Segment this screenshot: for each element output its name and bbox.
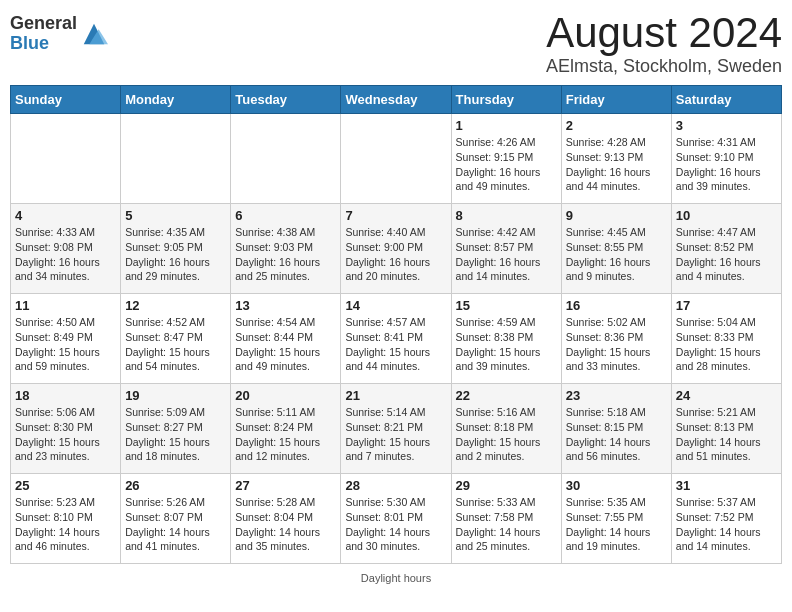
day-info: Sunrise: 4:50 AM Sunset: 8:49 PM Dayligh… (15, 315, 116, 374)
calendar-cell: 24Sunrise: 5:21 AM Sunset: 8:13 PM Dayli… (671, 384, 781, 474)
calendar-cell: 11Sunrise: 4:50 AM Sunset: 8:49 PM Dayli… (11, 294, 121, 384)
footer-text: Daylight hours (361, 572, 431, 584)
calendar-cell: 10Sunrise: 4:47 AM Sunset: 8:52 PM Dayli… (671, 204, 781, 294)
calendar-cell: 2Sunrise: 4:28 AM Sunset: 9:13 PM Daylig… (561, 114, 671, 204)
day-header: Saturday (671, 86, 781, 114)
day-info: Sunrise: 5:04 AM Sunset: 8:33 PM Dayligh… (676, 315, 777, 374)
day-number: 9 (566, 208, 667, 223)
day-number: 10 (676, 208, 777, 223)
day-info: Sunrise: 4:52 AM Sunset: 8:47 PM Dayligh… (125, 315, 226, 374)
calendar-cell (231, 114, 341, 204)
calendar-week-row: 1Sunrise: 4:26 AM Sunset: 9:15 PM Daylig… (11, 114, 782, 204)
calendar-cell: 21Sunrise: 5:14 AM Sunset: 8:21 PM Dayli… (341, 384, 451, 474)
day-info: Sunrise: 5:33 AM Sunset: 7:58 PM Dayligh… (456, 495, 557, 554)
calendar-cell: 19Sunrise: 5:09 AM Sunset: 8:27 PM Dayli… (121, 384, 231, 474)
day-number: 3 (676, 118, 777, 133)
day-info: Sunrise: 4:26 AM Sunset: 9:15 PM Dayligh… (456, 135, 557, 194)
calendar-cell: 16Sunrise: 5:02 AM Sunset: 8:36 PM Dayli… (561, 294, 671, 384)
day-number: 30 (566, 478, 667, 493)
calendar-cell: 27Sunrise: 5:28 AM Sunset: 8:04 PM Dayli… (231, 474, 341, 564)
calendar-cell: 25Sunrise: 5:23 AM Sunset: 8:10 PM Dayli… (11, 474, 121, 564)
day-info: Sunrise: 5:28 AM Sunset: 8:04 PM Dayligh… (235, 495, 336, 554)
title-block: August 2024 AElmsta, Stockholm, Sweden (546, 10, 782, 77)
calendar-cell: 26Sunrise: 5:26 AM Sunset: 8:07 PM Dayli… (121, 474, 231, 564)
day-number: 25 (15, 478, 116, 493)
day-number: 12 (125, 298, 226, 313)
calendar-cell: 1Sunrise: 4:26 AM Sunset: 9:15 PM Daylig… (451, 114, 561, 204)
day-info: Sunrise: 4:38 AM Sunset: 9:03 PM Dayligh… (235, 225, 336, 284)
day-number: 23 (566, 388, 667, 403)
day-number: 8 (456, 208, 557, 223)
day-number: 24 (676, 388, 777, 403)
day-number: 7 (345, 208, 446, 223)
calendar-cell: 9Sunrise: 4:45 AM Sunset: 8:55 PM Daylig… (561, 204, 671, 294)
logo-text: General Blue (10, 14, 77, 54)
day-info: Sunrise: 4:31 AM Sunset: 9:10 PM Dayligh… (676, 135, 777, 194)
day-number: 31 (676, 478, 777, 493)
day-info: Sunrise: 5:18 AM Sunset: 8:15 PM Dayligh… (566, 405, 667, 464)
day-info: Sunrise: 5:16 AM Sunset: 8:18 PM Dayligh… (456, 405, 557, 464)
calendar-cell (341, 114, 451, 204)
calendar-cell: 6Sunrise: 4:38 AM Sunset: 9:03 PM Daylig… (231, 204, 341, 294)
calendar-cell (11, 114, 121, 204)
location-title: AElmsta, Stockholm, Sweden (546, 56, 782, 77)
day-number: 21 (345, 388, 446, 403)
calendar-cell: 20Sunrise: 5:11 AM Sunset: 8:24 PM Dayli… (231, 384, 341, 474)
calendar-cell: 22Sunrise: 5:16 AM Sunset: 8:18 PM Dayli… (451, 384, 561, 474)
calendar-cell: 15Sunrise: 4:59 AM Sunset: 8:38 PM Dayli… (451, 294, 561, 384)
day-number: 27 (235, 478, 336, 493)
calendar-cell: 31Sunrise: 5:37 AM Sunset: 7:52 PM Dayli… (671, 474, 781, 564)
calendar-cell: 17Sunrise: 5:04 AM Sunset: 8:33 PM Dayli… (671, 294, 781, 384)
day-info: Sunrise: 4:47 AM Sunset: 8:52 PM Dayligh… (676, 225, 777, 284)
day-number: 1 (456, 118, 557, 133)
day-info: Sunrise: 5:37 AM Sunset: 7:52 PM Dayligh… (676, 495, 777, 554)
calendar-week-row: 11Sunrise: 4:50 AM Sunset: 8:49 PM Dayli… (11, 294, 782, 384)
day-header: Sunday (11, 86, 121, 114)
day-info: Sunrise: 5:11 AM Sunset: 8:24 PM Dayligh… (235, 405, 336, 464)
calendar-week-row: 4Sunrise: 4:33 AM Sunset: 9:08 PM Daylig… (11, 204, 782, 294)
logo-general: General (10, 13, 77, 33)
calendar-week-row: 18Sunrise: 5:06 AM Sunset: 8:30 PM Dayli… (11, 384, 782, 474)
calendar-cell: 23Sunrise: 5:18 AM Sunset: 8:15 PM Dayli… (561, 384, 671, 474)
calendar-cell: 3Sunrise: 4:31 AM Sunset: 9:10 PM Daylig… (671, 114, 781, 204)
day-info: Sunrise: 5:21 AM Sunset: 8:13 PM Dayligh… (676, 405, 777, 464)
day-info: Sunrise: 5:26 AM Sunset: 8:07 PM Dayligh… (125, 495, 226, 554)
calendar-cell: 18Sunrise: 5:06 AM Sunset: 8:30 PM Dayli… (11, 384, 121, 474)
footer: Daylight hours (10, 572, 782, 584)
day-info: Sunrise: 4:54 AM Sunset: 8:44 PM Dayligh… (235, 315, 336, 374)
days-header-row: SundayMondayTuesdayWednesdayThursdayFrid… (11, 86, 782, 114)
calendar-week-row: 25Sunrise: 5:23 AM Sunset: 8:10 PM Dayli… (11, 474, 782, 564)
day-info: Sunrise: 4:28 AM Sunset: 9:13 PM Dayligh… (566, 135, 667, 194)
day-info: Sunrise: 5:35 AM Sunset: 7:55 PM Dayligh… (566, 495, 667, 554)
day-info: Sunrise: 4:33 AM Sunset: 9:08 PM Dayligh… (15, 225, 116, 284)
day-number: 19 (125, 388, 226, 403)
day-number: 14 (345, 298, 446, 313)
day-number: 29 (456, 478, 557, 493)
day-header: Friday (561, 86, 671, 114)
calendar-cell: 12Sunrise: 4:52 AM Sunset: 8:47 PM Dayli… (121, 294, 231, 384)
day-info: Sunrise: 4:45 AM Sunset: 8:55 PM Dayligh… (566, 225, 667, 284)
day-header: Thursday (451, 86, 561, 114)
day-number: 28 (345, 478, 446, 493)
day-info: Sunrise: 4:59 AM Sunset: 8:38 PM Dayligh… (456, 315, 557, 374)
day-header: Wednesday (341, 86, 451, 114)
day-info: Sunrise: 5:14 AM Sunset: 8:21 PM Dayligh… (345, 405, 446, 464)
day-header: Monday (121, 86, 231, 114)
logo-icon (80, 20, 108, 48)
calendar-cell: 14Sunrise: 4:57 AM Sunset: 8:41 PM Dayli… (341, 294, 451, 384)
day-number: 17 (676, 298, 777, 313)
day-info: Sunrise: 4:40 AM Sunset: 9:00 PM Dayligh… (345, 225, 446, 284)
day-number: 4 (15, 208, 116, 223)
day-info: Sunrise: 5:09 AM Sunset: 8:27 PM Dayligh… (125, 405, 226, 464)
day-info: Sunrise: 4:57 AM Sunset: 8:41 PM Dayligh… (345, 315, 446, 374)
day-number: 22 (456, 388, 557, 403)
logo-blue: Blue (10, 33, 49, 53)
calendar-cell (121, 114, 231, 204)
day-number: 15 (456, 298, 557, 313)
page-header: General Blue August 2024 AElmsta, Stockh… (10, 10, 782, 77)
day-number: 18 (15, 388, 116, 403)
logo: General Blue (10, 14, 108, 54)
month-title: August 2024 (546, 10, 782, 56)
day-number: 2 (566, 118, 667, 133)
day-number: 5 (125, 208, 226, 223)
